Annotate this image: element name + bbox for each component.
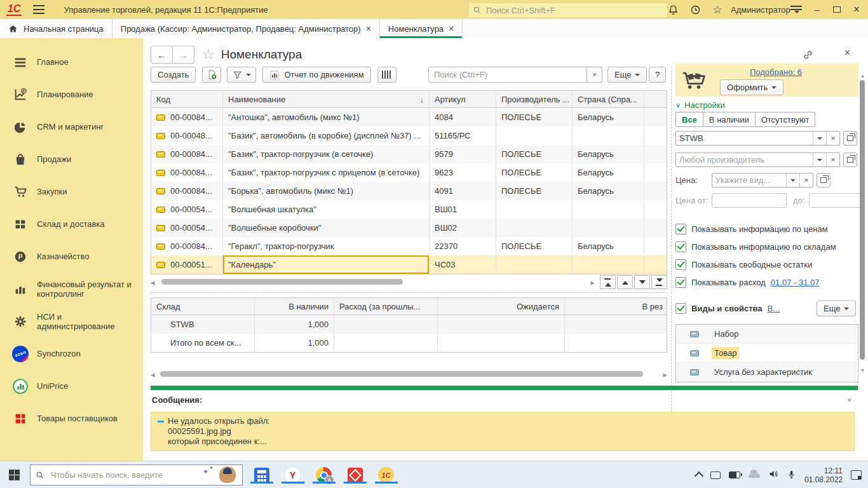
filter-tab-absent[interactable]: Отсутствуют bbox=[756, 112, 816, 127]
vscroll-down-icon[interactable]: ▼ bbox=[860, 367, 865, 374]
more-button[interactable]: Еще bbox=[607, 67, 647, 83]
cell-extra[interactable] bbox=[644, 145, 667, 163]
hscroll-thumb[interactable] bbox=[161, 279, 403, 285]
window-restore-button[interactable] bbox=[828, 1, 846, 18]
cell-extra[interactable] bbox=[644, 200, 667, 219]
cell-country[interactable] bbox=[573, 219, 644, 237]
checkbox-checked-icon[interactable] bbox=[675, 241, 686, 252]
clock[interactable]: 12:1101.08.2022 bbox=[804, 466, 843, 484]
windows-start-icon[interactable] bbox=[9, 470, 20, 480]
cell-producer[interactable]: ПОЛЕСЬЕ bbox=[496, 163, 573, 182]
cell-producer[interactable] bbox=[496, 219, 573, 237]
stock-hscrollbar[interactable]: ◂ ▸ bbox=[151, 369, 667, 380]
cell-article[interactable]: 4091 bbox=[430, 182, 496, 200]
calculator-app-icon[interactable] bbox=[253, 466, 270, 484]
copy-item-icon[interactable] bbox=[202, 67, 221, 83]
cell-name[interactable]: "Базик", трактор-погрузчик (в сеточке) bbox=[223, 145, 430, 163]
cell-available[interactable]: 1,000 bbox=[255, 334, 334, 352]
taskbar-search[interactable]: ✦✦ bbox=[30, 464, 243, 485]
messages-close-icon[interactable]: × bbox=[847, 395, 852, 405]
vscroll-thumb[interactable] bbox=[860, 80, 865, 360]
favorites-star-icon[interactable]: ☆ bbox=[709, 1, 726, 18]
table-row[interactable]: 00-00048..."Базик", автомобиль (в коробк… bbox=[151, 126, 667, 145]
table-hscrollbar[interactable]: ◂ ▸ bbox=[151, 275, 667, 289]
column-header-consumption[interactable]: Расход (за прошлы... bbox=[334, 298, 438, 315]
cell-code[interactable]: 00-00054... bbox=[151, 219, 223, 237]
tab-nomenclature[interactable]: Номенклатура× bbox=[380, 19, 463, 38]
cell-country[interactable]: Беларусь bbox=[573, 182, 644, 200]
chrome-app-icon[interactable]: A bbox=[315, 466, 332, 484]
tab-close-icon[interactable]: × bbox=[449, 24, 454, 34]
price-type-dropdown-icon[interactable] bbox=[786, 173, 799, 187]
cell-name[interactable]: "Борька", автомобиль (микс №1) bbox=[223, 182, 430, 200]
price-to-input[interactable] bbox=[809, 193, 864, 208]
sidebar-item-закупки[interactable]: Закупки bbox=[0, 175, 143, 208]
column-header-expected[interactable]: Ожидается bbox=[438, 298, 565, 315]
sidebar-item-uniprice[interactable]: UniPrice bbox=[0, 370, 143, 402]
cell-reserved[interactable] bbox=[565, 315, 668, 334]
table-row[interactable]: 00-00084..."Борька", автомобиль (микс №1… bbox=[151, 182, 667, 200]
stock-hscroll-thumb[interactable] bbox=[160, 371, 643, 377]
microphone-icon[interactable] bbox=[787, 470, 796, 481]
cell-expected[interactable] bbox=[438, 315, 565, 334]
cell-code[interactable]: 00-00084... bbox=[151, 145, 223, 163]
go-down-button[interactable] bbox=[634, 275, 650, 289]
cell-producer[interactable]: ПОЛЕСЬЕ bbox=[496, 237, 573, 255]
volume-icon[interactable] bbox=[768, 469, 778, 481]
cell-code[interactable]: 00-00054... bbox=[151, 200, 223, 219]
taskbar-search-input[interactable] bbox=[50, 470, 173, 480]
action-center-icon[interactable] bbox=[851, 470, 862, 480]
cell-producer[interactable]: ПОЛЕСЬЕ bbox=[496, 182, 573, 200]
cell-available[interactable]: 1,000 bbox=[255, 315, 334, 334]
sidebar-item-товары-поставщиков[interactable]: Товары поставщиков bbox=[0, 402, 143, 435]
cell-name[interactable]: "Геракл", трактор-погрузчик bbox=[223, 237, 430, 255]
producer-dropdown-icon[interactable] bbox=[813, 153, 826, 166]
sidebar-item-склад-и-доставка[interactable]: Склад и доставка bbox=[0, 208, 143, 240]
go-last-button[interactable] bbox=[651, 275, 667, 289]
message-item[interactable]: Не удалось открыть файл: 00025591.jpg.jp… bbox=[151, 412, 855, 451]
price-from-input[interactable] bbox=[712, 193, 787, 208]
tab-home[interactable]: Начальная страница bbox=[0, 19, 112, 38]
price-type-combo[interactable]: × bbox=[712, 173, 813, 187]
cell-name[interactable]: "Волшебные коробочки" bbox=[223, 219, 430, 237]
sidebar-item-финансовый-результат-и-контроллинг[interactable]: Финансовый результат и контроллинг bbox=[0, 273, 143, 305]
list-search-input[interactable] bbox=[433, 69, 583, 80]
get-link-icon[interactable] bbox=[803, 50, 813, 62]
table-row[interactable]: 00-00084..."Базик", трактор-погрузчик с … bbox=[151, 163, 667, 182]
marketplace-app-icon[interactable] bbox=[346, 466, 363, 484]
window-minimize-button[interactable]: – bbox=[808, 1, 826, 18]
table-row[interactable]: 00-00084..."Геракл", трактор-погрузчик22… bbox=[151, 237, 667, 255]
back-button[interactable]: ← bbox=[151, 46, 173, 64]
cell-name[interactable]: "Волшебная шкатулка" bbox=[223, 200, 430, 219]
table-row[interactable]: 00-00084..."Антошка", автомобиль (микс №… bbox=[151, 108, 667, 126]
cell-code[interactable]: 00-00084... bbox=[151, 182, 223, 200]
cell-country[interactable] bbox=[573, 126, 644, 145]
settings-group[interactable]: ∨ Настройки bbox=[675, 100, 725, 110]
table-row[interactable]: 00-00054..."Волшебные коробочки"ВШ02 bbox=[151, 219, 667, 237]
cell-name[interactable]: "Антошка", автомобиль (микс №1) bbox=[223, 108, 430, 126]
stock-row[interactable]: Итого по всем ск...1,000 bbox=[151, 334, 667, 352]
cell-extra[interactable] bbox=[644, 219, 667, 237]
period-link[interactable]: 01.07 - 31.07 bbox=[771, 278, 820, 287]
cell-article[interactable]: ЧС03 bbox=[430, 255, 496, 274]
barcode-scan-icon[interactable] bbox=[377, 67, 397, 83]
producer-open-icon[interactable] bbox=[843, 152, 857, 167]
cell-code[interactable]: 00-00051... bbox=[151, 255, 223, 274]
global-search-input[interactable] bbox=[485, 5, 646, 16]
producer-combo[interactable]: × bbox=[675, 152, 840, 167]
sidebar-item-главное[interactable]: Главное bbox=[0, 46, 143, 78]
cell-producer[interactable] bbox=[496, 255, 573, 274]
cell-code[interactable]: 00-00084... bbox=[151, 108, 223, 126]
cell-code[interactable]: 00-00084... bbox=[151, 237, 223, 255]
history-icon[interactable] bbox=[687, 1, 703, 18]
go-first-button[interactable] bbox=[600, 275, 616, 289]
warehouse-combo[interactable]: × bbox=[675, 131, 840, 146]
cell-warehouse[interactable]: Итого по всем ск... bbox=[151, 334, 255, 352]
cell-code[interactable]: 00-00084... bbox=[151, 163, 223, 182]
cell-article[interactable]: 9579 bbox=[430, 145, 496, 163]
column-header-producer[interactable]: Производитель ... bbox=[496, 91, 573, 107]
cell-extra[interactable] bbox=[644, 255, 667, 274]
vscroll-up-icon[interactable]: ▲ bbox=[860, 72, 865, 79]
sidebar-item-crm-и-маркетинг[interactable]: CRM и маркетинг bbox=[0, 111, 143, 143]
settings-label[interactable]: Настройки bbox=[684, 100, 725, 110]
